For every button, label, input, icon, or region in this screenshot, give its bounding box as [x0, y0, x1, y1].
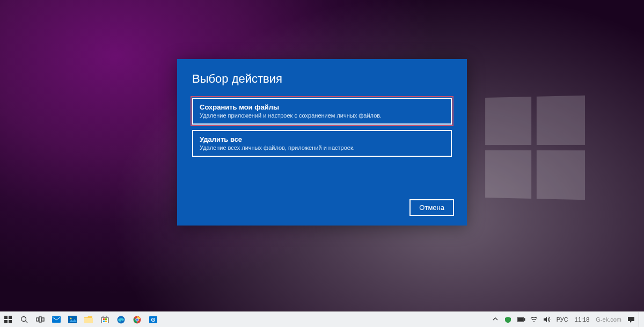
dialog-title: Выбор действия [192, 72, 452, 86]
desktop-wallpaper: Выбор действия Сохранить мои файлы Удале… [0, 0, 644, 311]
photos-app-icon[interactable] [64, 312, 80, 327]
svg-rect-16 [103, 321, 105, 322]
task-view-icon[interactable] [32, 312, 48, 327]
option-remove-everything[interactable]: Удалить все Удаление всех личных файлов,… [192, 130, 452, 157]
search-icon[interactable] [16, 312, 32, 327]
svg-point-28 [533, 321, 535, 322]
option-keep-my-files[interactable]: Сохранить мои файлы Удаление приложений … [192, 98, 452, 125]
watermark-text: G-ek.com [594, 316, 624, 323]
security-icon[interactable] [503, 312, 514, 327]
windows-logo-watermark [485, 96, 585, 200]
svg-rect-17 [105, 321, 107, 322]
svg-point-24 [152, 319, 153, 320]
wifi-icon[interactable] [529, 312, 539, 327]
reset-pc-dialog: Выбор действия Сохранить мои файлы Удале… [177, 59, 467, 226]
svg-line-5 [26, 321, 28, 323]
svg-rect-27 [518, 318, 523, 321]
svg-rect-26 [524, 318, 525, 321]
svg-rect-13 [101, 317, 108, 323]
svg-point-21 [136, 318, 138, 321]
svg-rect-8 [42, 318, 44, 321]
language-indicator[interactable]: РУС [554, 316, 570, 323]
mail-app-icon[interactable] [48, 312, 64, 327]
option-title: Сохранить мои файлы [200, 103, 444, 111]
settings-app-icon[interactable] [145, 312, 161, 327]
svg-rect-6 [36, 318, 39, 321]
microsoft-store-icon[interactable] [97, 312, 113, 327]
svg-rect-2 [4, 320, 8, 323]
action-center-icon[interactable] [626, 312, 636, 327]
cancel-button[interactable]: Отмена [409, 199, 454, 216]
option-title: Удалить все [200, 135, 444, 143]
svg-rect-9 [52, 316, 61, 323]
option-desc: Удаление приложений и настроек с сохране… [200, 112, 444, 119]
edge-browser-icon[interactable] [113, 312, 129, 327]
start-button[interactable] [0, 312, 16, 327]
svg-rect-0 [4, 316, 8, 319]
svg-rect-7 [39, 317, 41, 322]
svg-rect-12 [84, 318, 93, 323]
svg-rect-1 [9, 316, 12, 319]
file-explorer-icon[interactable] [80, 312, 97, 327]
option-desc: Удаление всех личных файлов, приложений … [200, 144, 444, 151]
volume-icon[interactable] [541, 312, 552, 327]
svg-point-4 [21, 317, 26, 322]
show-desktop-button[interactable] [639, 312, 642, 327]
tray-overflow-icon[interactable] [490, 312, 501, 327]
battery-icon[interactable] [516, 312, 526, 327]
svg-rect-14 [103, 318, 105, 320]
clock[interactable]: 11:18 [573, 316, 592, 323]
taskbar: РУС 11:18 G-ek.com [0, 311, 644, 327]
chrome-browser-icon[interactable] [129, 312, 145, 327]
svg-rect-15 [105, 318, 107, 320]
svg-rect-3 [9, 320, 12, 323]
svg-point-11 [70, 318, 72, 319]
